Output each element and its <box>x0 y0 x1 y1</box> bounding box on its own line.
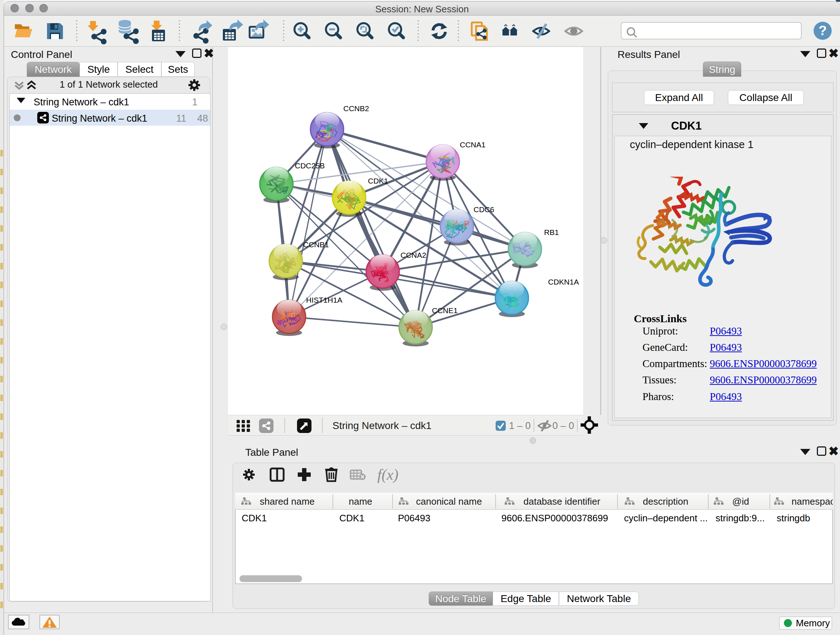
svg-text:RB1: RB1 <box>544 228 559 236</box>
svg-text:CDKN1A: CDKN1A <box>548 278 579 286</box>
svg-text:namespac: namespac <box>791 496 833 507</box>
svg-text:CDC25B: CDC25B <box>295 162 325 170</box>
svg-text:CDC6: CDC6 <box>474 205 494 214</box>
svg-text:CDK1: CDK1 <box>368 177 388 185</box>
svg-text:CCNA2: CCNA2 <box>401 251 426 259</box>
svg-text:canonical name: canonical name <box>416 496 482 507</box>
svg-text:shared name: shared name <box>260 496 315 507</box>
svg-text:CCNB1: CCNB1 <box>303 241 329 249</box>
svg-text:@id: @id <box>732 496 749 507</box>
svg-text:0 – 0: 0 – 0 <box>553 420 574 431</box>
svg-text:1 – 0: 1 – 0 <box>509 420 531 431</box>
svg-text:CCNA1: CCNA1 <box>460 141 485 149</box>
svg-text:CCNE1: CCNE1 <box>432 306 458 315</box>
svg-text:f(x): f(x) <box>377 466 398 483</box>
svg-text:database identifier: database identifier <box>523 496 600 507</box>
svg-text:HIST1H1A: HIST1H1A <box>306 296 342 304</box>
svg-text:CCNB2: CCNB2 <box>343 104 369 112</box>
svg-text:description: description <box>643 496 688 507</box>
svg-text:String Network – cdk1: String Network – cdk1 <box>332 420 431 431</box>
svg-text:name: name <box>349 496 372 507</box>
